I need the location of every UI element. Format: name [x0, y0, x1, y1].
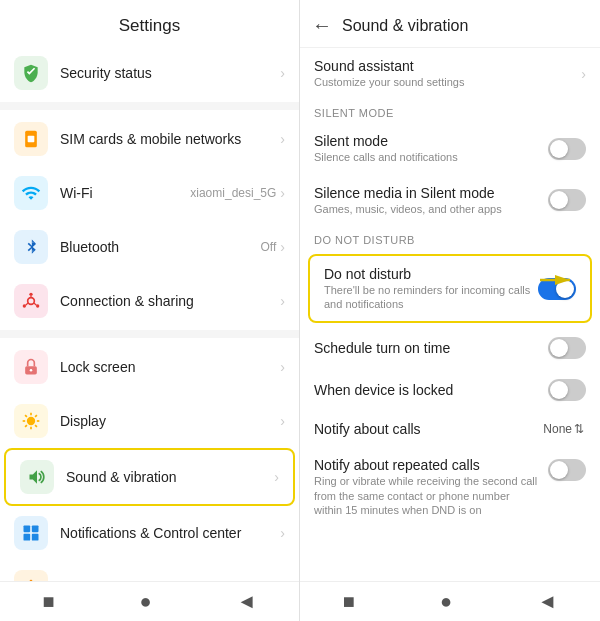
- nav-back[interactable]: ◄: [237, 590, 257, 613]
- silence-media-title: Silence media in Silent mode: [314, 185, 548, 201]
- right-nav-circle[interactable]: ●: [440, 590, 452, 613]
- svg-marker-20: [30, 470, 38, 483]
- lockscreen-label: Lock screen: [60, 359, 280, 375]
- nav-circle[interactable]: ●: [140, 590, 152, 613]
- settings-title: Settings: [0, 0, 299, 46]
- lockscreen-chevron: ›: [280, 359, 285, 375]
- svg-line-17: [35, 425, 37, 427]
- sound-assistant-item[interactable]: Sound assistant Customize your sound set…: [300, 48, 600, 99]
- dnd-title: Do not disturb: [324, 266, 538, 282]
- svg-point-11: [27, 417, 35, 425]
- notify-calls-text-value: None: [543, 422, 572, 436]
- lock-icon-wrap: [14, 350, 48, 384]
- notify-calls-item[interactable]: Notify about calls None ⇅: [300, 411, 600, 447]
- settings-left-panel: Settings Security status › SIM cards &: [0, 0, 300, 621]
- notify-repeated-item[interactable]: Notify about repeated calls Ring or vibr…: [300, 447, 600, 527]
- sidebar-item-display[interactable]: Display ›: [0, 394, 299, 448]
- sidebar-item-wifi[interactable]: Wi-Fi xiaomi_desi_5G ›: [0, 166, 299, 220]
- notif-icon: [21, 523, 41, 543]
- sound-assistant-text: Sound assistant Customize your sound set…: [314, 58, 581, 89]
- sidebar-item-notifications[interactable]: Notifications & Control center ›: [0, 506, 299, 560]
- sim-chevron: ›: [280, 131, 285, 147]
- notify-calls-text: Notify about calls: [314, 421, 543, 437]
- divider-2: [0, 330, 299, 338]
- svg-rect-22: [32, 526, 39, 533]
- right-nav-square[interactable]: ■: [343, 590, 355, 613]
- svg-rect-23: [24, 534, 31, 541]
- right-bottom-nav: ■ ● ◄: [300, 581, 600, 621]
- notify-calls-value[interactable]: None ⇅: [543, 422, 584, 436]
- sound-assistant-title: Sound assistant: [314, 58, 581, 74]
- dnd-highlighted-section: Do not disturb There'll be no reminders …: [308, 254, 592, 324]
- wifi-label: Wi-Fi: [60, 185, 190, 201]
- device-locked-text: When device is locked: [314, 382, 548, 398]
- svg-point-2: [28, 298, 35, 305]
- schedule-toggle[interactable]: [548, 337, 586, 359]
- security-icon-wrap: [14, 56, 48, 90]
- notify-repeated-title: Notify about repeated calls: [314, 457, 540, 473]
- silence-media-toggle[interactable]: [548, 189, 586, 211]
- settings-list: Security status › SIM cards & mobile net…: [0, 46, 299, 581]
- lock-icon: [21, 357, 41, 377]
- sidebar-item-lockscreen[interactable]: Lock screen ›: [0, 340, 299, 394]
- sound-vibration-header: ← Sound & vibration: [300, 0, 600, 48]
- sim-icon-wrap: [14, 122, 48, 156]
- back-arrow-icon[interactable]: ←: [312, 14, 332, 37]
- silent-mode-text: Silent mode Silence calls and notificati…: [314, 133, 548, 164]
- notify-repeated-toggle[interactable]: [548, 459, 586, 481]
- security-label: Security status: [60, 65, 280, 81]
- display-chevron: ›: [280, 413, 285, 429]
- svg-line-8: [34, 303, 37, 305]
- left-bottom-nav: ■ ● ◄: [0, 581, 299, 621]
- sidebar-item-sim[interactable]: SIM cards & mobile networks ›: [0, 112, 299, 166]
- display-icon-wrap: [14, 404, 48, 438]
- svg-rect-21: [24, 526, 31, 533]
- svg-line-18: [35, 415, 37, 417]
- device-locked-toggle[interactable]: [548, 379, 586, 401]
- schedule-item[interactable]: Schedule turn on time: [300, 327, 600, 369]
- sidebar-item-connection[interactable]: Connection & sharing ›: [0, 274, 299, 328]
- notifications-chevron: ›: [280, 525, 285, 541]
- home-icon: [21, 577, 41, 581]
- sidebar-item-bluetooth[interactable]: Bluetooth Off ›: [0, 220, 299, 274]
- silence-media-subtitle: Games, music, videos, and other apps: [314, 202, 548, 216]
- sim-icon: [21, 129, 41, 149]
- svg-rect-24: [32, 534, 39, 541]
- silent-mode-title: Silent mode: [314, 133, 548, 149]
- sidebar-item-homescreen[interactable]: Home screen ›: [0, 560, 299, 581]
- device-locked-item[interactable]: When device is locked: [300, 369, 600, 411]
- svg-rect-1: [28, 136, 35, 143]
- nav-square[interactable]: ■: [43, 590, 55, 613]
- dnd-arrow-indicator: [540, 270, 580, 290]
- sidebar-item-security[interactable]: Security status ›: [0, 46, 299, 100]
- divider-1: [0, 102, 299, 110]
- sound-icon-wrap: [20, 460, 54, 494]
- sound-assistant-subtitle: Customize your sound settings: [314, 75, 581, 89]
- notify-calls-updown-icon: ⇅: [574, 422, 584, 436]
- sound-assistant-chevron: ›: [581, 66, 586, 82]
- schedule-title: Schedule turn on time: [314, 340, 548, 356]
- notify-repeated-subtitle: Ring or vibrate while receiving the seco…: [314, 474, 540, 517]
- connection-icon-wrap: [14, 284, 48, 318]
- silent-mode-subtitle: Silence calls and notifications: [314, 150, 548, 164]
- silent-mode-section-label: SILENT MODE: [300, 99, 600, 123]
- security-chevron: ›: [280, 65, 285, 81]
- display-label: Display: [60, 413, 280, 429]
- connection-chevron: ›: [280, 293, 285, 309]
- bluetooth-chevron: ›: [280, 239, 285, 255]
- shield-icon: [21, 63, 41, 83]
- sidebar-item-sound[interactable]: Sound & vibration ›: [4, 448, 295, 506]
- right-nav-back[interactable]: ◄: [538, 590, 558, 613]
- silent-mode-item[interactable]: Silent mode Silence calls and notificati…: [300, 123, 600, 174]
- sim-label: SIM cards & mobile networks: [60, 131, 280, 147]
- sound-vibration-panel: ← Sound & vibration Sound assistant Cust…: [300, 0, 600, 621]
- home-icon-wrap: [14, 570, 48, 581]
- sound-label: Sound & vibration: [66, 469, 274, 485]
- schedule-text: Schedule turn on time: [314, 340, 548, 356]
- right-content: Sound assistant Customize your sound set…: [300, 48, 600, 581]
- silent-mode-toggle[interactable]: [548, 138, 586, 160]
- silence-media-item[interactable]: Silence media in Silent mode Games, musi…: [300, 175, 600, 226]
- notif-icon-wrap: [14, 516, 48, 550]
- svg-point-10: [30, 369, 33, 372]
- bluetooth-value: Off: [261, 240, 277, 254]
